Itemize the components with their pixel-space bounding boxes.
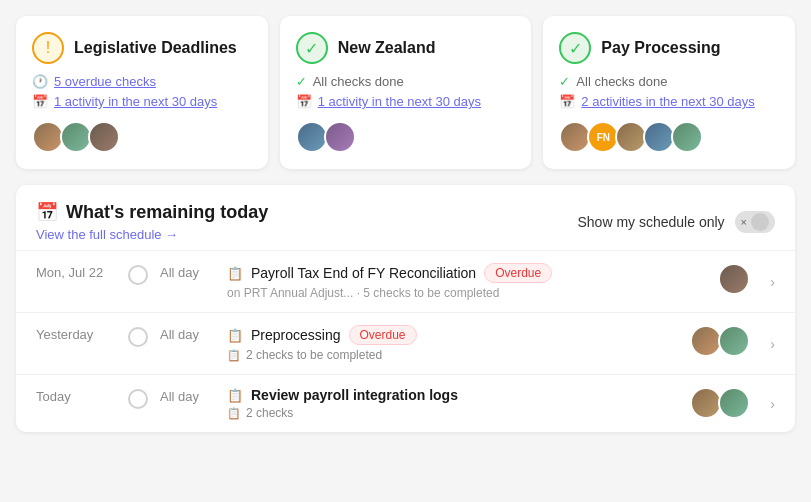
schedule-title-row: 📋 Preprocessing Overdue xyxy=(227,325,678,345)
avatar xyxy=(718,263,750,295)
view-schedule-label: View the full schedule → xyxy=(36,227,178,242)
schedule-content: 📋 Review payroll integration logs 📋 2 ch… xyxy=(227,387,678,420)
calendar-icon: 📅 xyxy=(32,94,48,109)
completion-circle[interactable] xyxy=(128,389,148,409)
card-title: Pay Processing xyxy=(601,39,720,57)
task-title: Preprocessing xyxy=(251,327,341,343)
card-payprocessing: ✓ Pay Processing ✓ All checks done 📅 2 a… xyxy=(543,16,795,169)
clock-icon: 🕐 xyxy=(32,74,48,89)
chevron-right-icon[interactable]: › xyxy=(770,396,775,412)
card-meta: ✓ All checks done 📅 1 activity in the ne… xyxy=(296,74,516,109)
check-icon: ✓ xyxy=(559,74,570,89)
checks-status-text: All checks done xyxy=(576,74,667,89)
schedule-subtitle: on PRT Annual Adjust... · 5 checks to be… xyxy=(227,286,706,300)
schedule-title-row: 📋 Review payroll integration logs xyxy=(227,387,678,403)
checks-count: 2 checks to be completed xyxy=(246,348,382,362)
whats-remaining-section: 📅 What's remaining today View the full s… xyxy=(16,185,795,432)
toggle-switch[interactable]: × xyxy=(735,211,775,233)
activity-link[interactable]: 2 activities in the next 30 days xyxy=(581,94,754,109)
checks-status-row: ✓ All checks done xyxy=(559,74,779,89)
calendar-icon: 📅 xyxy=(559,94,575,109)
section-title-text: What's remaining today xyxy=(66,202,268,223)
chevron-right-icon[interactable]: › xyxy=(770,274,775,290)
checks-status-text: All checks done xyxy=(313,74,404,89)
card-header: ! Legislative Deadlines xyxy=(32,32,252,64)
overdue-badge: Overdue xyxy=(484,263,552,283)
card-status-icon: ✓ xyxy=(559,32,591,64)
avatar-row xyxy=(296,121,516,153)
all-day-label: All day xyxy=(160,263,215,280)
avatar-row: FN xyxy=(559,121,779,153)
card-header: ✓ Pay Processing xyxy=(559,32,779,64)
checks-status-row: ✓ All checks done xyxy=(296,74,516,89)
card-header: ✓ New Zealand xyxy=(296,32,516,64)
avatar xyxy=(671,121,703,153)
checks-text: 📋 2 checks xyxy=(227,406,678,420)
card-title: New Zealand xyxy=(338,39,436,57)
overdue-link[interactable]: 5 overdue checks xyxy=(54,74,156,89)
title-column: 📅 What's remaining today View the full s… xyxy=(36,201,268,242)
toggle-x-icon: × xyxy=(741,216,747,228)
card-meta: ✓ All checks done 📅 2 activities in the … xyxy=(559,74,779,109)
activity-row: 📅 1 activity in the next 30 days xyxy=(296,94,516,109)
checks-count: 2 checks xyxy=(246,406,293,420)
completion-circle[interactable] xyxy=(128,327,148,347)
doc-icon: 📋 xyxy=(227,407,241,420)
card-status-icon: ! xyxy=(32,32,64,64)
section-title: 📅 What's remaining today xyxy=(36,201,268,223)
avatar xyxy=(296,121,328,153)
activity-row: 📅 1 activity in the next 30 days xyxy=(32,94,252,109)
schedule-content: 📋 Preprocessing Overdue 📋 2 checks to be… xyxy=(227,325,678,362)
toggle-label: Show my schedule only xyxy=(577,214,724,230)
card-newzealand: ✓ New Zealand ✓ All checks done 📅 1 acti… xyxy=(280,16,532,169)
schedule-date: Today xyxy=(36,387,116,404)
schedule-avatars xyxy=(690,325,750,357)
activity-link[interactable]: 1 activity in the next 30 days xyxy=(54,94,217,109)
card-legislative: ! Legislative Deadlines 🕐 5 overdue chec… xyxy=(16,16,268,169)
schedule-row[interactable]: Yesterday All day 📋 Preprocessing Overdu… xyxy=(16,312,795,374)
all-day-label: All day xyxy=(160,325,215,342)
view-schedule-link[interactable]: View the full schedule → xyxy=(36,227,268,242)
overdue-badge: Overdue xyxy=(349,325,417,345)
schedule-title-row: 📋 Payroll Tax End of FY Reconciliation O… xyxy=(227,263,706,283)
schedule-date: Yesterday xyxy=(36,325,116,342)
avatar xyxy=(718,325,750,357)
top-cards-section: ! Legislative Deadlines 🕐 5 overdue chec… xyxy=(0,0,811,185)
card-status-icon: ✓ xyxy=(296,32,328,64)
schedule-row[interactable]: Mon, Jul 22 All day 📋 Payroll Tax End of… xyxy=(16,250,795,312)
calendar-icon: 📅 xyxy=(296,94,312,109)
schedule-content: 📋 Payroll Tax End of FY Reconciliation O… xyxy=(227,263,706,300)
doc-icon: 📋 xyxy=(227,349,241,362)
all-day-label: All day xyxy=(160,387,215,404)
chevron-right-icon[interactable]: › xyxy=(770,336,775,352)
card-title: Legislative Deadlines xyxy=(74,39,237,57)
toggle-row: Show my schedule only × xyxy=(577,211,775,233)
avatar xyxy=(324,121,356,153)
schedule-row[interactable]: Today All day 📋 Review payroll integrati… xyxy=(16,374,795,432)
completion-circle[interactable] xyxy=(128,265,148,285)
check-icon: ✓ xyxy=(296,74,307,89)
avatar-row xyxy=(32,121,252,153)
schedule-date: Mon, Jul 22 xyxy=(36,263,116,280)
avatar xyxy=(718,387,750,419)
overdue-row: 🕐 5 overdue checks xyxy=(32,74,252,89)
task-doc-icon: 📋 xyxy=(227,388,243,403)
section-header: 📅 What's remaining today View the full s… xyxy=(16,185,795,250)
schedule-avatars xyxy=(690,387,750,419)
task-doc-icon: 📋 xyxy=(227,328,243,343)
avatar xyxy=(88,121,120,153)
activity-link[interactable]: 1 activity in the next 30 days xyxy=(318,94,481,109)
activity-row: 📅 2 activities in the next 30 days xyxy=(559,94,779,109)
task-title: Review payroll integration logs xyxy=(251,387,458,403)
task-title: Payroll Tax End of FY Reconciliation xyxy=(251,265,476,281)
checks-text: 📋 2 checks to be completed xyxy=(227,348,678,362)
task-doc-icon: 📋 xyxy=(227,266,243,281)
calendar-icon: 📅 xyxy=(36,201,58,223)
card-meta: 🕐 5 overdue checks 📅 1 activity in the n… xyxy=(32,74,252,109)
toggle-knob xyxy=(751,213,769,231)
schedule-avatars xyxy=(718,263,750,295)
